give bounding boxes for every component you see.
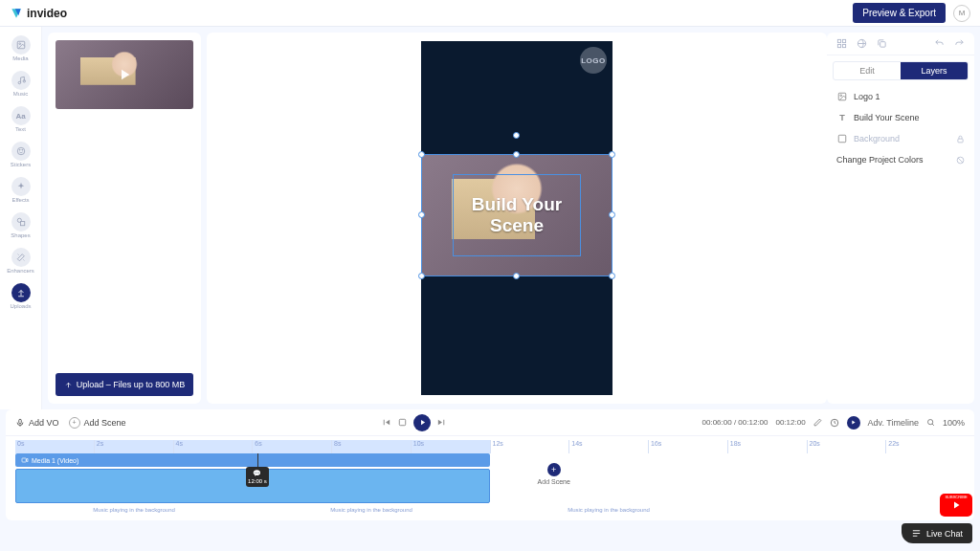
ruler-tick[interactable]: 12s (490, 440, 569, 453)
rail-effects[interactable]: Effects (4, 174, 38, 206)
copy-icon[interactable] (877, 38, 887, 49)
ruler-tick[interactable]: 14s (568, 440, 648, 453)
chat-icon (911, 528, 922, 539)
layer-logo[interactable]: Logo 1 (827, 86, 974, 107)
upload-arrow-icon (64, 381, 73, 389)
globe-icon[interactable] (857, 38, 867, 49)
resize-handle[interactable] (513, 273, 520, 279)
frame-back-icon[interactable] (397, 417, 408, 428)
add-scene-circle-button[interactable]: + (547, 463, 561, 476)
text-icon: Aa (11, 106, 31, 125)
rail-shapes[interactable]: Shapes (4, 209, 38, 241)
svg-rect-14 (880, 42, 886, 48)
stage[interactable]: LOGO Build Your Scene (421, 41, 612, 395)
brand-logo-icon (10, 7, 23, 20)
playhead[interactable]: 💬 12:00 s (257, 453, 258, 480)
play-button[interactable] (413, 414, 431, 431)
layer-colors[interactable]: Change Project Colors (827, 149, 974, 170)
timeline[interactable]: 0s2s4s6s8s10s12s14s16s18s20s22s Media 1 … (6, 436, 974, 520)
preview-export-button[interactable]: Preview & Export (853, 3, 946, 23)
rail-music[interactable]: Music (4, 68, 38, 99)
upload-thumbnail[interactable] (56, 40, 193, 109)
svg-point-1 (18, 43, 20, 45)
adv-timeline-label[interactable]: Adv. Timeline (868, 418, 919, 428)
block-icon[interactable] (956, 156, 965, 165)
rotate-handle[interactable] (513, 132, 520, 139)
overlay-text[interactable]: Build Your Scene (454, 194, 580, 236)
svg-point-5 (19, 149, 20, 150)
resize-handle[interactable] (609, 211, 615, 218)
media-track-clip[interactable]: Media 1 (Video) (15, 453, 490, 467)
properties-panel: Edit Layers Logo 1 T Build Your Scene Ba… (827, 33, 974, 404)
upload-button[interactable]: Upload – Files up to 800 MB (56, 373, 193, 396)
resize-handle[interactable] (609, 151, 615, 158)
music-caption-row: Music playing in the background Music pl… (15, 507, 965, 513)
app-header: invideo Preview & Export M (0, 0, 980, 27)
add-vo-button[interactable]: Add VO (15, 418, 59, 428)
layer-background[interactable]: Background (827, 128, 974, 149)
svg-point-23 (927, 420, 932, 425)
skip-back-icon[interactable] (381, 417, 391, 428)
svg-rect-10 (842, 39, 845, 42)
ruler-tick[interactable]: 2s (94, 440, 173, 453)
svg-rect-20 (19, 419, 22, 424)
ruler-tick[interactable]: 18s (727, 440, 807, 453)
ruler-tick[interactable]: 16s (648, 440, 727, 453)
zoom-icon[interactable] (926, 418, 935, 427)
canvas[interactable]: LOGO Build Your Scene (207, 33, 827, 404)
resize-handle[interactable] (418, 211, 425, 218)
ruler-tick[interactable]: 20s (807, 440, 886, 453)
resize-handle[interactable] (418, 151, 425, 158)
edit-icon[interactable] (813, 418, 822, 427)
rail-media[interactable]: Media (4, 33, 38, 64)
ruler-tick[interactable]: 6s (252, 440, 331, 453)
mic-icon (15, 418, 25, 428)
magic-wand-icon (11, 248, 31, 267)
youtube-subscribe-button[interactable]: SUBSCRIBE (940, 494, 972, 517)
ruler-tick[interactable]: 8s (331, 440, 411, 453)
ruler-tick[interactable]: 0s (15, 440, 94, 453)
rail-text[interactable]: AaText (4, 103, 38, 135)
tab-layers[interactable]: Layers (901, 62, 968, 79)
playhead-time: 12:00 s (248, 478, 267, 484)
layer-text[interactable]: T Build Your Scene (827, 107, 974, 128)
rail-enhancers[interactable]: Enhancers (4, 245, 38, 276)
resize-handle[interactable] (609, 273, 615, 279)
user-avatar[interactable]: M (953, 5, 970, 22)
add-scene-button[interactable]: +Add Scene (69, 417, 126, 429)
tab-edit[interactable]: Edit (834, 62, 901, 79)
play-alt-icon[interactable] (847, 416, 860, 430)
video-icon (21, 456, 29, 464)
clock-icon[interactable] (830, 418, 839, 428)
undo-icon[interactable] (934, 38, 945, 49)
live-chat-button[interactable]: Live Chat (902, 523, 972, 543)
ruler-tick[interactable]: 10s (411, 440, 490, 453)
timeline-toolbar: Add VO +Add Scene 00:06:00 / 00:12:00 00… (6, 409, 974, 436)
rail-uploads[interactable]: Uploads (4, 280, 38, 312)
resize-handle[interactable] (513, 151, 520, 158)
media-selection[interactable]: Build Your Scene (421, 154, 612, 276)
side-rail: Media Music AaText Stickers Effects Shap… (0, 27, 42, 409)
text-layer-icon: T (836, 113, 848, 122)
svg-rect-24 (22, 458, 26, 462)
lock-icon[interactable] (956, 135, 965, 143)
grid-icon[interactable] (836, 38, 847, 49)
logo-badge[interactable]: LOGO (580, 47, 607, 74)
rail-stickers[interactable]: Stickers (4, 139, 38, 170)
music-icon (11, 71, 31, 90)
redo-icon[interactable] (954, 38, 965, 49)
shapes-icon (11, 212, 31, 231)
panel-tabs: Edit Layers (833, 61, 969, 80)
timeline-ruler[interactable]: 0s2s4s6s8s10s12s14s16s18s20s22s (15, 440, 965, 453)
uploads-panel: Upload – Files up to 800 MB (48, 33, 201, 404)
ruler-tick[interactable]: 22s (885, 440, 965, 453)
panel-toolbar (827, 33, 974, 55)
text-selection[interactable]: Build Your Scene (453, 174, 581, 256)
svg-point-16 (840, 95, 842, 97)
ruler-tick[interactable]: 4s (173, 440, 253, 453)
zoom-value[interactable]: 100% (943, 418, 965, 428)
skip-forward-icon[interactable] (436, 417, 447, 428)
brand[interactable]: invideo (10, 7, 67, 20)
resize-handle[interactable] (418, 273, 425, 279)
upload-icon (11, 283, 31, 302)
